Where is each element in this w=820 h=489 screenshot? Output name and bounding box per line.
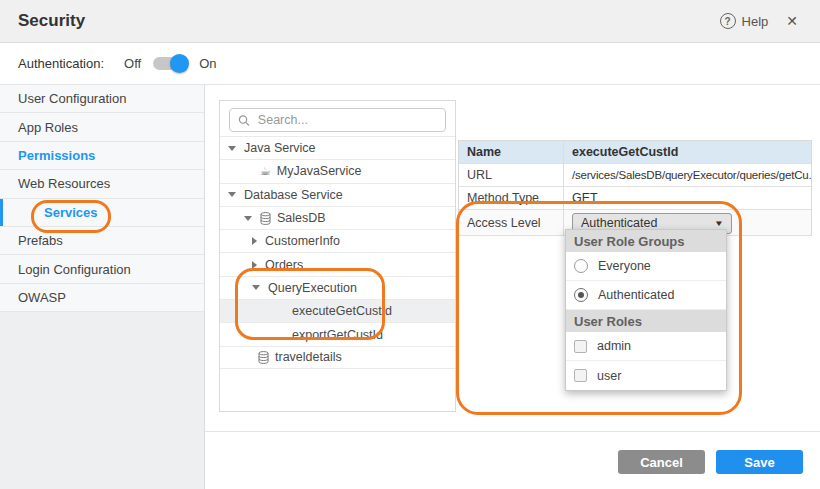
access-level-dropdown: User Role Groups Everyone Authenticated … xyxy=(565,229,727,391)
header-actions: ? Help ✕ xyxy=(720,13,800,29)
option-label: admin xyxy=(597,339,631,353)
sidebar-item-services[interactable]: Services xyxy=(0,199,204,227)
tree-node-orders[interactable]: Orders xyxy=(220,252,455,275)
sidebar-item-label: App Roles xyxy=(18,120,78,135)
option-label: Everyone xyxy=(598,259,651,273)
sidebar-item-label: Permissions xyxy=(18,148,95,163)
tree-node-executegetcustid[interactable]: executeGetCustId xyxy=(220,299,455,322)
option-label: user xyxy=(597,369,621,383)
url-label: URL xyxy=(459,164,564,186)
option-user[interactable]: user xyxy=(566,361,726,390)
checkbox-icon[interactable] xyxy=(574,369,587,382)
tree-node-label: Java Service xyxy=(244,141,316,155)
tree-node-exportgetcustid[interactable]: exportGetCustId xyxy=(220,322,455,345)
tree-node-traveldetails[interactable]: traveldetails xyxy=(220,346,455,369)
services-tree-panel: Java Service ☕ MyJavaService Database Se… xyxy=(219,100,456,412)
authentication-bar: Authentication: Off On xyxy=(0,43,820,85)
sidebar-item-label: Web Resources xyxy=(18,176,110,191)
authentication-label: Authentication: xyxy=(18,56,104,71)
help-button[interactable]: ? Help xyxy=(720,13,769,29)
dropdown-group-header: User Roles xyxy=(566,310,726,332)
caret-right-icon[interactable] xyxy=(252,261,257,269)
name-label: Name xyxy=(459,141,564,163)
tree-node-database-service[interactable]: Database Service xyxy=(220,183,455,206)
tree-node-label: QueryExecution xyxy=(268,281,357,295)
save-button[interactable]: Save xyxy=(716,450,803,474)
option-authenticated[interactable]: Authenticated xyxy=(566,281,726,310)
database-icon xyxy=(258,351,269,364)
sidebar-item-owasp[interactable]: OWASP xyxy=(0,284,204,312)
database-icon xyxy=(260,212,271,225)
sidebar-item-label: Prefabs xyxy=(18,233,63,248)
toggle-on-label: On xyxy=(199,56,216,71)
method-type-value: GET xyxy=(564,187,811,209)
sidebar-item-login-configuration[interactable]: Login Configuration xyxy=(0,255,204,283)
help-label: Help xyxy=(742,14,769,29)
sidebar-item-label: Services xyxy=(44,205,98,220)
method-type-label: Method Type xyxy=(459,187,564,209)
access-level-label: Access Level xyxy=(459,210,564,235)
caret-down-icon[interactable] xyxy=(244,216,252,221)
sidebar-item-prefabs[interactable]: Prefabs xyxy=(0,227,204,255)
caret-right-icon[interactable] xyxy=(252,237,257,245)
caret-down-icon[interactable] xyxy=(228,146,236,151)
tree-node-label: MyJavaService xyxy=(277,164,362,178)
toggle-knob[interactable] xyxy=(170,54,189,73)
tree-node-label: Database Service xyxy=(244,188,343,202)
sidebar-item-label: Login Configuration xyxy=(18,262,131,277)
url-value: /services/SalesDB/queryExecutor/queries/… xyxy=(564,164,811,186)
radio-selected-icon[interactable] xyxy=(574,288,588,302)
services-tree: Java Service ☕ MyJavaService Database Se… xyxy=(220,136,455,369)
tree-node-label: exportGetCustId xyxy=(292,328,383,342)
services-security-panel: Java Service ☕ MyJavaService Database Se… xyxy=(205,85,820,489)
access-level-selected-value: Authenticated xyxy=(581,216,657,230)
tree-node-label: Orders xyxy=(265,258,303,272)
tree-node-queryexecution[interactable]: QueryExecution xyxy=(220,276,455,299)
settings-sidebar: User Configuration App Roles Permissions… xyxy=(0,85,205,489)
tree-node-customerinfo[interactable]: CustomerInfo xyxy=(220,229,455,252)
toggle-off-label: Off xyxy=(124,56,141,71)
table-row-method-type: Method Type GET xyxy=(459,187,811,210)
option-everyone[interactable]: Everyone xyxy=(566,252,726,281)
tree-node-label: CustomerInfo xyxy=(265,234,340,248)
close-icon[interactable]: ✕ xyxy=(784,13,800,29)
service-details-table: Name executeGetCustId URL /services/Sale… xyxy=(458,140,812,236)
help-question-icon: ? xyxy=(720,13,736,29)
sidebar-item-permissions[interactable]: Permissions xyxy=(0,142,204,170)
tree-node-label: executeGetCustId xyxy=(292,304,392,318)
sidebar-item-label: User Configuration xyxy=(18,91,126,106)
search-icon xyxy=(238,114,250,127)
caret-down-icon[interactable] xyxy=(228,192,236,197)
sidebar-item-web-resources[interactable]: Web Resources xyxy=(0,170,204,198)
java-coffee-icon: ☕ xyxy=(260,165,271,177)
table-row-url: URL /services/SalesDB/queryExecutor/quer… xyxy=(459,164,811,187)
checkbox-icon[interactable] xyxy=(574,340,587,353)
radio-unselected-icon[interactable] xyxy=(574,259,588,273)
tree-node-label: SalesDB xyxy=(277,211,326,225)
chevron-down-icon: ▼ xyxy=(714,219,724,228)
tree-node-label: traveldetails xyxy=(275,350,342,364)
dialog-header: Security ? Help ✕ xyxy=(0,0,820,43)
sidebar-item-user-configuration[interactable]: User Configuration xyxy=(0,85,204,113)
dropdown-group-header: User Role Groups xyxy=(566,230,726,252)
table-row-name: Name executeGetCustId xyxy=(459,141,811,164)
footer-divider xyxy=(205,431,820,432)
tree-search-box[interactable] xyxy=(229,108,446,132)
option-label: Authenticated xyxy=(598,288,674,302)
cancel-button[interactable]: Cancel xyxy=(618,450,705,474)
sidebar-item-app-roles[interactable]: App Roles xyxy=(0,113,204,141)
tree-node-java-service[interactable]: Java Service xyxy=(220,136,455,159)
caret-down-icon[interactable] xyxy=(252,285,260,290)
search-input[interactable] xyxy=(256,112,445,128)
option-admin[interactable]: admin xyxy=(566,332,726,361)
tree-node-myjavaservice[interactable]: ☕ MyJavaService xyxy=(220,159,455,182)
name-value: executeGetCustId xyxy=(564,141,811,163)
tree-node-salesdb[interactable]: SalesDB xyxy=(220,206,455,229)
sidebar-item-label: OWASP xyxy=(18,290,66,305)
authentication-toggle[interactable] xyxy=(153,57,185,70)
page-title: Security xyxy=(18,11,85,31)
